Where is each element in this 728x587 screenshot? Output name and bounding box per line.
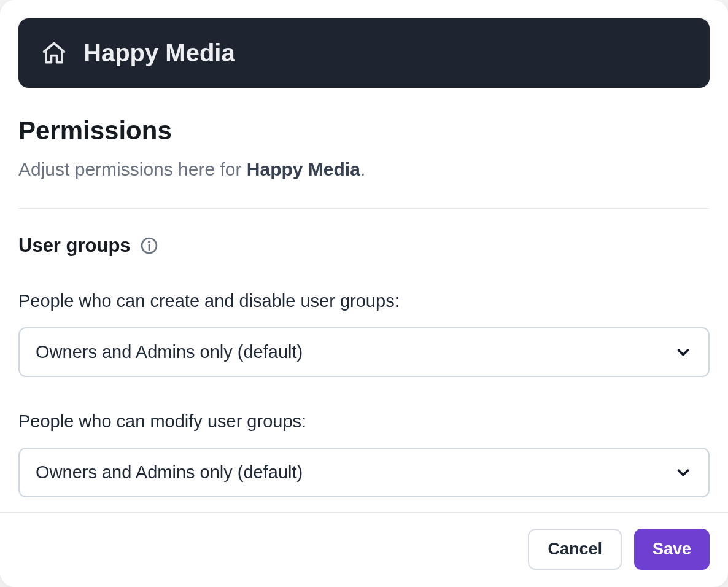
chevron-down-icon xyxy=(674,464,692,482)
subtitle-prefix: Adjust permissions here for xyxy=(18,159,247,179)
page-subtitle: Adjust permissions here for Happy Media. xyxy=(18,157,710,182)
field-label: People who can modify user groups: xyxy=(18,411,710,432)
subtitle-org: Happy Media xyxy=(247,159,360,179)
field-create-disable-groups: People who can create and disable user g… xyxy=(18,291,710,377)
field-label: People who can create and disable user g… xyxy=(18,291,710,311)
select-value: Owners and Admins only (default) xyxy=(36,342,303,362)
field-modify-groups: People who can modify user groups: Owner… xyxy=(18,411,710,497)
cancel-button[interactable]: Cancel xyxy=(528,529,622,570)
svg-point-2 xyxy=(149,241,150,243)
save-button[interactable]: Save xyxy=(634,529,710,570)
page-title: Permissions xyxy=(18,116,710,146)
permissions-modal: Happy Media Permissions Adjust permissio… xyxy=(0,0,728,587)
divider xyxy=(18,208,710,209)
select-create-disable-groups[interactable]: Owners and Admins only (default) xyxy=(18,327,710,377)
select-value: Owners and Admins only (default) xyxy=(36,462,303,483)
modal-footer: Cancel Save xyxy=(0,512,728,587)
org-name: Happy Media xyxy=(83,39,235,67)
subtitle-suffix: . xyxy=(360,159,365,179)
select-modify-groups[interactable]: Owners and Admins only (default) xyxy=(18,448,710,497)
org-header: Happy Media xyxy=(18,18,710,88)
info-icon[interactable] xyxy=(139,236,159,255)
user-groups-title: User groups xyxy=(18,235,131,257)
chevron-down-icon xyxy=(674,343,692,362)
modal-body: Happy Media Permissions Adjust permissio… xyxy=(0,0,728,512)
home-icon xyxy=(41,40,68,67)
user-groups-header: User groups xyxy=(18,235,710,257)
